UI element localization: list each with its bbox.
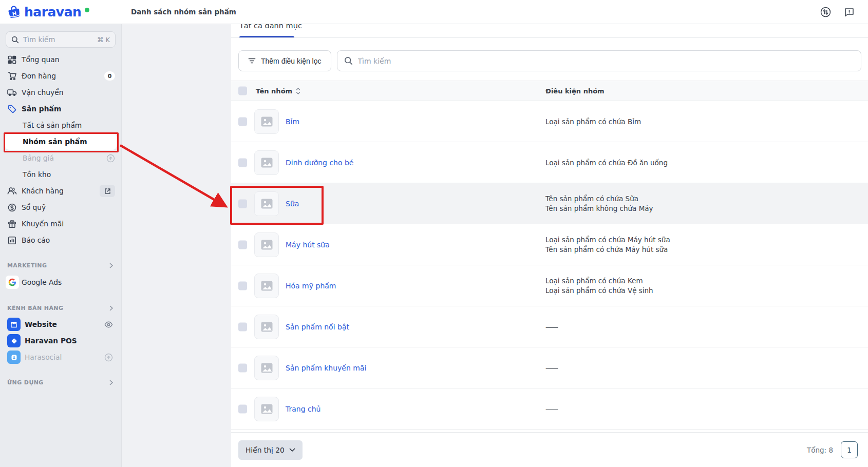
sidebar-item-promotions[interactable]: Khuyến mãi xyxy=(0,216,121,232)
group-name-link[interactable]: Sữa xyxy=(286,200,299,208)
add-filter-button[interactable]: Thêm điều kiện lọc xyxy=(238,50,331,71)
sidebar-item-orders[interactable]: Đơn hàng 0 xyxy=(0,68,121,84)
group-condition-empty: —— xyxy=(545,363,557,373)
table-row[interactable]: Sản phẩm khuyến mãi —— xyxy=(231,347,868,388)
row-checkbox[interactable] xyxy=(238,158,247,167)
truck-icon xyxy=(7,88,17,96)
table-row[interactable]: Sản phẩm nổi bật —— xyxy=(231,306,868,347)
section-label: MARKETING xyxy=(7,262,47,269)
sidebar-item-haravan-pos[interactable]: Haravan POS xyxy=(0,333,121,349)
group-condition: Loại sản phẩm có chứa Kem Loại sản phẩm … xyxy=(545,276,653,296)
upgrade-circle-icon xyxy=(104,353,113,362)
table-row[interactable]: Bỉm Loại sản phẩm có chứa Bỉm xyxy=(231,101,868,142)
sidebar-search-input[interactable] xyxy=(23,35,93,44)
image-placeholder-icon xyxy=(254,150,279,175)
dollar-circle-icon xyxy=(7,203,17,212)
group-name-link[interactable]: Sản phẩm nổi bật xyxy=(286,323,349,331)
group-name-link[interactable]: Hóa mỹ phẩm xyxy=(286,282,336,290)
table-row[interactable]: Máy hút sữa Loại sản phẩm có chứa Máy hú… xyxy=(231,224,868,265)
sidebar-item-google-ads[interactable]: Google Ads xyxy=(0,274,121,291)
sidebar-item-price-list[interactable]: Bảng giá xyxy=(0,150,121,166)
main-content: Tất cả danh mục Thêm điều kiện lọc Tên n… xyxy=(231,24,868,467)
section-apps[interactable]: ỨNG DỤNG xyxy=(0,374,121,391)
page-size-button[interactable]: Hiển thị 20 xyxy=(238,440,303,460)
website-channel-icon xyxy=(7,318,21,331)
row-checkbox[interactable] xyxy=(238,281,247,290)
search-icon xyxy=(11,36,19,44)
group-name-link[interactable]: Sản phẩm khuyến mãi xyxy=(286,364,366,372)
table-footer: Hiển thị 20 Tổng: 8 1 xyxy=(231,432,868,467)
tag-icon xyxy=(7,105,17,113)
sidebar: ⌘ K Tổng quan Đơn hàng 0 xyxy=(0,24,122,467)
row-checkbox[interactable] xyxy=(238,199,247,208)
sidebar-item-inventory[interactable]: Tồn kho xyxy=(0,166,121,183)
chevron-right-icon xyxy=(108,305,114,311)
sidebar-item-all-products[interactable]: Tất cả sản phẩm xyxy=(0,117,121,133)
sidebar-item-products[interactable]: Sản phẩm xyxy=(0,101,121,117)
bar-chart-icon xyxy=(7,236,17,245)
open-external-button[interactable] xyxy=(100,185,115,197)
section-label: ỨNG DỤNG xyxy=(7,379,44,386)
sidebar-item-harasocial[interactable]: Harasocial xyxy=(0,349,121,365)
table-row[interactable]: Dinh dưỡng cho bé Loại sản phẩm có chứa … xyxy=(231,142,868,183)
table-row[interactable]: Hóa mỹ phẩm Loại sản phẩm có chứa Kem Lo… xyxy=(231,265,868,306)
page-number-button[interactable]: 1 xyxy=(841,441,858,458)
people-icon xyxy=(7,187,17,195)
sort-icon[interactable] xyxy=(296,87,300,94)
group-name-link[interactable]: Trang chủ xyxy=(286,405,320,413)
row-checkbox[interactable] xyxy=(238,322,247,331)
sidebar-label: Vận chuyển xyxy=(22,88,64,96)
group-condition: Loại sản phẩm có chứa Đồ ăn uống xyxy=(545,158,668,167)
image-placeholder-icon xyxy=(254,356,279,380)
search-icon xyxy=(344,56,353,65)
table-search[interactable] xyxy=(337,50,861,71)
group-condition-empty: —— xyxy=(545,322,557,332)
chevron-right-icon xyxy=(108,263,114,268)
row-checkbox[interactable] xyxy=(238,117,247,126)
image-placeholder-icon xyxy=(254,397,279,421)
sidebar-item-reports[interactable]: Báo cáo xyxy=(0,232,121,248)
section-marketing[interactable]: MARKETING xyxy=(0,257,121,274)
table-row[interactable]: Trang chủ —— xyxy=(231,388,868,430)
section-sales-channels[interactable]: KÊNH BÁN HÀNG xyxy=(0,300,121,316)
sidebar-item-shipping[interactable]: Vận chuyển xyxy=(0,84,121,101)
chevron-down-icon xyxy=(289,448,295,452)
sync-icon[interactable] xyxy=(820,6,831,17)
column-name-label: Tên nhóm xyxy=(256,87,292,95)
tab-all-categories[interactable]: Tất cả danh mục xyxy=(239,24,302,30)
group-condition: Tên sản phẩm có chứa Sữa Tên sản phẩm kh… xyxy=(545,194,653,213)
eye-icon[interactable] xyxy=(104,321,113,328)
row-checkbox[interactable] xyxy=(238,363,247,372)
sidebar-label: Google Ads xyxy=(22,278,62,286)
group-name-link[interactable]: Bỉm xyxy=(286,118,299,126)
group-condition: Loại sản phẩm có chứa Máy hút sữa Tên sả… xyxy=(545,235,670,255)
add-filter-label: Thêm điều kiện lọc xyxy=(261,57,322,65)
gift-icon xyxy=(7,220,17,228)
sidebar-search[interactable]: ⌘ K xyxy=(6,31,116,48)
search-shortcut: ⌘ K xyxy=(97,36,110,44)
feedback-icon[interactable] xyxy=(843,6,855,17)
group-name-link[interactable]: Máy hút sữa xyxy=(286,241,330,249)
sidebar-item-overview[interactable]: Tổng quan xyxy=(0,51,121,68)
table-row-highlighted[interactable]: Sữa Tên sản phẩm có chứa Sữa Tên sản phẩ… xyxy=(231,183,868,224)
sidebar-label: Harasocial xyxy=(25,353,62,361)
sidebar-label: Báo cáo xyxy=(22,236,50,244)
secondary-panel xyxy=(122,24,231,467)
sidebar-item-customers[interactable]: Khách hàng xyxy=(0,183,121,199)
table-search-input[interactable] xyxy=(358,57,854,65)
orders-count-badge: 0 xyxy=(104,71,115,81)
sidebar-label: Website xyxy=(25,320,57,328)
sidebar-label: Đơn hàng xyxy=(22,72,56,80)
select-all-checkbox[interactable] xyxy=(238,87,247,95)
column-header-name[interactable]: Tên nhóm xyxy=(256,87,300,95)
group-name-link[interactable]: Dinh dưỡng cho bé xyxy=(286,159,354,167)
brand-logo[interactable]: H haravan xyxy=(0,4,122,20)
row-checkbox[interactable] xyxy=(238,240,247,249)
total-count: Tổng: 8 xyxy=(807,446,833,454)
sidebar-item-website[interactable]: Website xyxy=(0,316,121,333)
sidebar-item-product-groups[interactable]: Nhóm sản phẩm xyxy=(5,133,117,150)
row-checkbox[interactable] xyxy=(238,404,247,413)
column-header-condition: Điều kiện nhóm xyxy=(545,87,605,95)
sidebar-label: Haravan POS xyxy=(25,337,77,345)
sidebar-item-cash-fund[interactable]: Sổ quỹ xyxy=(0,199,121,216)
